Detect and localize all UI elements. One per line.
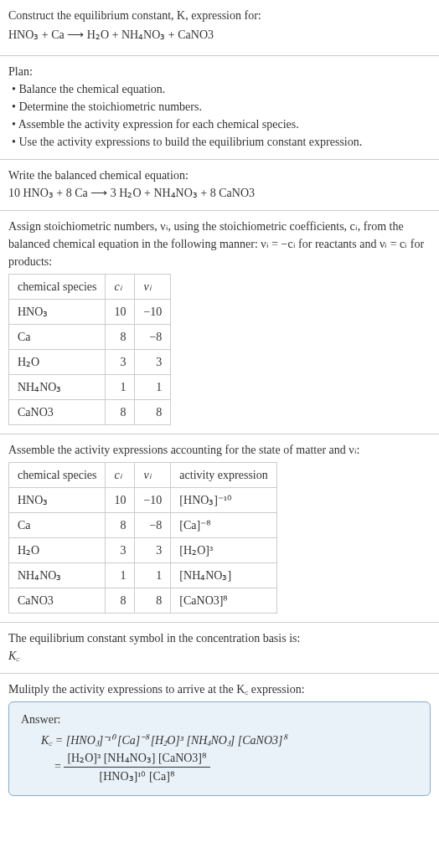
table-row: CaNO388 <box>9 400 171 425</box>
cell-ci: 10 <box>106 300 135 325</box>
col-vi: νᵢ <box>135 463 171 488</box>
cell-ci: 8 <box>106 400 135 425</box>
cell-vi: 8 <box>135 400 171 425</box>
cell-vi: −8 <box>135 325 171 350</box>
assemble-paragraph: Assemble the activity expressions accoun… <box>8 441 431 459</box>
cell-activity: [CaNO3]⁸ <box>171 588 276 614</box>
cell-species: CaNO3 <box>9 588 106 614</box>
cell-species: CaNO3 <box>9 400 106 425</box>
intro-text: Construct the equilibrium constant, K, e… <box>8 9 261 22</box>
plan-bullet-2: • Determine the stoichiometric numbers. <box>8 98 431 116</box>
equals-sign: = <box>54 760 64 773</box>
table-row: HNO₃10−10 <box>9 300 171 325</box>
cell-vi: 1 <box>135 563 171 588</box>
answer-formula-line1: K꜀ = [HNO₃]⁻¹⁰ [Ca]⁻⁸ [H₂O]³ [NH₄NO₃] [C… <box>21 732 418 749</box>
cell-vi: 3 <box>135 538 171 563</box>
table-header-row: chemical species cᵢ νᵢ activity expressi… <box>9 463 277 488</box>
cell-activity: [H₂O]³ <box>171 538 276 563</box>
cell-species: H₂O <box>9 350 106 375</box>
cell-ci: 1 <box>106 375 135 400</box>
plan-title: Plan: <box>8 63 431 80</box>
table-row: NH₄NO₃11 <box>9 375 171 400</box>
multiply-paragraph: Mulitply the activity expressions to arr… <box>8 681 431 698</box>
kc-line1: K꜀ = [HNO₃]⁻¹⁰ [Ca]⁻⁸ [H₂O]³ [NH₄NO₃] [C… <box>41 734 286 747</box>
assign-paragraph: Assign stoichiometric numbers, νᵢ, using… <box>8 218 431 270</box>
col-ci: cᵢ <box>106 463 135 488</box>
plan-bullet-3: • Assemble the activity expression for e… <box>8 116 431 133</box>
cell-vi: −10 <box>135 488 171 513</box>
col-activity: activity expression <box>171 463 276 488</box>
symbol-section: The equilibrium constant symbol in the c… <box>0 623 439 673</box>
table-row: H₂O33 <box>9 350 171 375</box>
cell-ci: 1 <box>106 563 135 588</box>
col-species: chemical species <box>9 275 106 300</box>
cell-species: Ca <box>9 325 106 350</box>
cell-vi: 1 <box>135 375 171 400</box>
cell-species: NH₄NO₃ <box>9 563 106 588</box>
table-row: Ca8−8 <box>9 325 171 350</box>
symbol-paragraph: The equilibrium constant symbol in the c… <box>8 629 431 647</box>
multiply-section: Mulitply the activity expressions to arr… <box>0 674 439 804</box>
cell-activity: [Ca]⁻⁸ <box>171 513 276 538</box>
plan-section: Plan: • Balance the chemical equation. •… <box>0 56 439 159</box>
answer-box: Answer: K꜀ = [HNO₃]⁻¹⁰ [Ca]⁻⁸ [H₂O]³ [NH… <box>8 701 431 796</box>
fraction-numerator: [H₂O]³ [NH₄NO₃] [CaNO3]⁸ <box>64 749 210 768</box>
cell-species: HNO₃ <box>9 488 106 513</box>
balanced-equation: 10 HNO₃ + 8 Ca ⟶ 3 H₂O + NH₄NO₃ + 8 CaNO… <box>8 184 431 202</box>
cell-vi: −8 <box>135 513 171 538</box>
col-species: chemical species <box>9 463 106 488</box>
plan-bullet-4: • Use the activity expressions to build … <box>8 133 431 151</box>
plan-bullet-1: • Balance the chemical equation. <box>8 80 431 98</box>
col-vi: νᵢ <box>135 275 171 300</box>
cell-species: NH₄NO₃ <box>9 375 106 400</box>
answer-label: Answer: <box>21 711 418 728</box>
cell-ci: 10 <box>106 488 135 513</box>
intro-equation: HNO₃ + Ca ⟶ H₂O + NH₄NO₃ + CaNO3 <box>8 26 431 44</box>
cell-ci: 8 <box>106 325 135 350</box>
intro-line: Construct the equilibrium constant, K, e… <box>8 7 431 24</box>
fraction: [H₂O]³ [NH₄NO₃] [CaNO3]⁸ [HNO₃]¹⁰ [Ca]⁸ <box>64 749 210 785</box>
cell-ci: 8 <box>106 588 135 614</box>
cell-activity: [NH₄NO₃] <box>171 563 276 588</box>
table-row: Ca8−8[Ca]⁻⁸ <box>9 513 277 538</box>
assign-section: Assign stoichiometric numbers, νᵢ, using… <box>0 211 439 434</box>
cell-activity: [HNO₃]⁻¹⁰ <box>171 488 276 513</box>
table-row: HNO₃10−10[HNO₃]⁻¹⁰ <box>9 488 277 513</box>
cell-vi: 8 <box>135 588 171 614</box>
cell-ci: 3 <box>106 538 135 563</box>
stoich-table: chemical species cᵢ νᵢ HNO₃10−10 Ca8−8 H… <box>8 274 171 425</box>
table-row: NH₄NO₃11[NH₄NO₃] <box>9 563 277 588</box>
cell-species: HNO₃ <box>9 300 106 325</box>
table-header-row: chemical species cᵢ νᵢ <box>9 275 171 300</box>
cell-ci: 8 <box>106 513 135 538</box>
table-row: CaNO388[CaNO3]⁸ <box>9 588 277 614</box>
table-row: H₂O33[H₂O]³ <box>9 538 277 563</box>
cell-species: Ca <box>9 513 106 538</box>
intro-section: Construct the equilibrium constant, K, e… <box>0 0 439 55</box>
assemble-section: Assemble the activity expressions accoun… <box>0 434 439 622</box>
cell-ci: 3 <box>106 350 135 375</box>
balanced-section: Write the balanced chemical equation: 10… <box>0 160 439 210</box>
answer-formula-line2: = [H₂O]³ [NH₄NO₃] [CaNO3]⁸ [HNO₃]¹⁰ [Ca]… <box>21 749 418 785</box>
activity-table: chemical species cᵢ νᵢ activity expressi… <box>8 462 277 614</box>
fraction-denominator: [HNO₃]¹⁰ [Ca]⁸ <box>64 768 210 785</box>
cell-species: H₂O <box>9 538 106 563</box>
cell-vi: 3 <box>135 350 171 375</box>
col-ci: cᵢ <box>106 275 135 300</box>
balanced-title: Write the balanced chemical equation: <box>8 167 431 184</box>
cell-vi: −10 <box>135 300 171 325</box>
symbol-kc: K꜀ <box>8 647 431 665</box>
